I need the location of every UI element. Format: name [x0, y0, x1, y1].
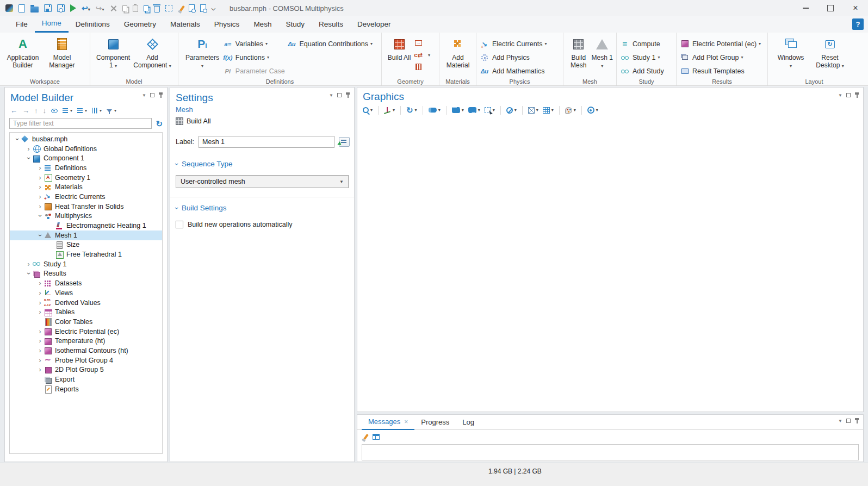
expand-icon[interactable] [63, 108, 68, 113]
menu-item[interactable]: Geometry [117, 16, 163, 33]
close-tab-icon[interactable]: × [404, 418, 408, 426]
tree-chevron-icon[interactable]: › [14, 135, 21, 143]
tree-row[interactable]: › Materials [10, 182, 162, 192]
tree-chevron-icon[interactable]: › [36, 174, 44, 182]
tree-row[interactable]: › Free Tetrahedral 1 [10, 250, 162, 259]
help-button[interactable]: ? [852, 18, 864, 30]
tree-row[interactable]: › Datasets [10, 278, 162, 288]
variables-button[interactable]: a= Variables▾ [223, 37, 287, 51]
menu-item[interactable]: Mesh [246, 16, 278, 33]
float-panel-icon[interactable] [846, 93, 851, 97]
move-up-icon[interactable]: ↑ [34, 107, 38, 115]
tree-chevron-icon[interactable]: › [36, 289, 44, 297]
delete-icon[interactable] [154, 6, 160, 13]
sequence-type-select[interactable]: User-controlled mesh ▼ [176, 175, 349, 188]
run-icon[interactable] [70, 4, 76, 12]
build-all-geometry-button[interactable]: Build All [385, 35, 413, 61]
minimize-button[interactable] [793, 0, 818, 16]
paste-icon[interactable] [133, 5, 138, 12]
add-study-button[interactable]: Add Study [620, 64, 664, 78]
tree-chevron-icon[interactable]: › [36, 337, 44, 345]
zoom-icon[interactable]: ▾ [363, 107, 373, 113]
equation-contributions-button[interactable]: Δu Equation Contributions▾ [287, 37, 379, 51]
tree-row[interactable]: › Geometry 1 [10, 173, 162, 183]
cut-icon[interactable] [110, 5, 117, 12]
menu-item[interactable]: Developer [350, 16, 398, 33]
mesh-label-input[interactable] [199, 136, 334, 148]
tree-chevron-icon[interactable]: › [36, 164, 44, 172]
tree-row[interactable]: › Probe Plot Group 4 [10, 356, 162, 365]
menu-item[interactable]: Home [35, 16, 69, 33]
grid-icon[interactable]: ▾ [543, 107, 554, 114]
color-theme-icon[interactable]: ▾ [565, 107, 576, 114]
compute-button[interactable]: = Compute [620, 37, 664, 51]
parameters-button[interactable]: Pi Parameters▾ [182, 35, 223, 70]
select-box-icon[interactable]: ▾ [485, 107, 495, 113]
rotate-icon[interactable]: ↻▾ [406, 107, 417, 114]
tree-row[interactable]: › Derived Values [10, 298, 162, 308]
tree-row[interactable]: › Color Tables [10, 317, 162, 327]
virtual-operations-button[interactable] [413, 62, 435, 72]
electric-potential-button[interactable]: Electric Potential (ec)▾ [680, 37, 761, 51]
save-icon[interactable] [44, 4, 52, 12]
duplicate-icon[interactable] [144, 5, 148, 11]
float-panel-icon[interactable] [150, 93, 154, 97]
sequence-type-section-header[interactable]: › Sequence Type [176, 160, 354, 168]
close-button[interactable]: × [843, 0, 868, 16]
pin-icon[interactable] [158, 92, 163, 98]
back-icon[interactable]: ← [10, 107, 17, 115]
tree-row[interactable]: › Temperature (ht) [10, 336, 162, 346]
messages-output[interactable] [362, 444, 859, 460]
messages-tab[interactable]: Progress [414, 415, 456, 430]
menu-item[interactable]: Materials [163, 16, 207, 33]
build-settings-section-header[interactable]: › Build Settings [176, 204, 354, 212]
tree-row[interactable]: › Export [10, 375, 162, 384]
refresh-icon[interactable]: ↻ [156, 120, 163, 128]
tree-row[interactable]: › Tables [10, 307, 162, 317]
hide-objects-icon[interactable]: ▾ [506, 107, 517, 114]
tree-row[interactable]: › Reports [10, 384, 162, 394]
tree-row[interactable]: › Global Definitions [10, 144, 162, 154]
reset-desktop-button[interactable]: ↻ Reset Desktop ▾ [810, 35, 850, 70]
move-down-icon[interactable]: ↓ [43, 107, 47, 115]
tree-chevron-icon[interactable]: › [36, 308, 44, 316]
copy-icon[interactable] [122, 5, 127, 11]
model-manager-button[interactable]: Model Manager [42, 35, 82, 69]
messages-tab[interactable]: Log [456, 415, 481, 430]
add-plot-group-button[interactable]: Add Plot Group▾ [680, 51, 761, 64]
tree-filter-input[interactable] [9, 118, 152, 129]
redo-icon[interactable]: ↪▾ [96, 4, 104, 13]
select-box-icon[interactable] [165, 5, 172, 11]
tree-chevron-icon[interactable]: › [36, 299, 44, 307]
tree-chevron-icon[interactable]: › [25, 270, 33, 278]
add-physics-button[interactable]: Add Physics [480, 51, 547, 64]
rebuild-geometry-button[interactable]: c⇄▾ [413, 50, 435, 60]
customize-toolbar-icon[interactable]: ⌵ [212, 4, 216, 13]
rename-icon[interactable] [339, 137, 350, 147]
pin-icon[interactable] [345, 92, 350, 98]
save-to-model-manager-icon[interactable] [57, 4, 65, 12]
chevron-down-icon[interactable]: ▼ [838, 419, 842, 423]
menu-item[interactable]: Physics [207, 16, 247, 33]
build-new-operations-checkbox[interactable]: Build new operations automatically [176, 221, 354, 228]
mesh-1-button[interactable]: Mesh 1 ▾ [591, 35, 615, 70]
chevron-down-icon[interactable]: ▼ [838, 93, 842, 98]
tree-chevron-icon[interactable]: › [36, 212, 44, 220]
tree-chevron-icon[interactable]: › [36, 366, 44, 373]
find-icon[interactable] [189, 4, 195, 12]
tree-row[interactable]: › Multiphysics [10, 211, 162, 221]
snapshot-icon[interactable]: ▾ [587, 107, 598, 114]
clear-messages-icon[interactable] [363, 433, 369, 439]
tree-chevron-icon[interactable]: › [36, 231, 44, 239]
maximize-button[interactable] [818, 0, 843, 16]
tree-row[interactable]: › Component 1 [10, 153, 162, 163]
environment-reflections-icon[interactable]: ▾ [468, 107, 480, 113]
tree-chevron-icon[interactable]: › [36, 183, 44, 191]
add-mathematics-button[interactable]: Δu Add Mathematics [480, 64, 547, 78]
show-icon[interactable] [51, 109, 58, 113]
tree-row[interactable]: › Electric Currents [10, 192, 162, 202]
collapse-icon[interactable] [77, 108, 83, 113]
add-material-button[interactable]: Add Material [443, 35, 473, 69]
forward-icon[interactable]: → [22, 107, 29, 115]
image-effects-icon[interactable]: ▾ [452, 107, 464, 113]
